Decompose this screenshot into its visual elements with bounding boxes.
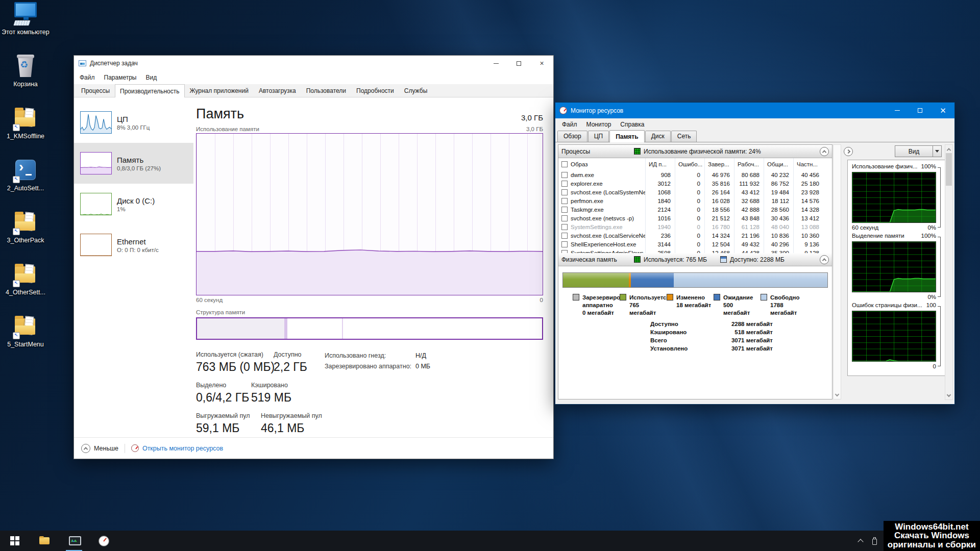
process-rows: dwm.exe 908 0 46 976 80 688 40 232 40 45… [558,170,832,253]
process-row[interactable]: explorer.exe 3012 0 35 816 111 932 86 75… [558,179,832,188]
tab[interactable]: Подробности [351,85,399,97]
sidebar-item-value: 0,8/3,0 ГБ (27%) [117,165,161,171]
tab[interactable]: Пользователи [301,85,351,97]
tab[interactable]: Журнал приложений [185,85,254,97]
taskbar-button[interactable] [30,531,59,551]
process-checkbox[interactable] [561,172,568,178]
graph-block: Использование физич... 100% 60 секунд 0% [852,163,941,232]
sidebar-item[interactable]: Память 0,8/3,0 ГБ (27%) [74,143,193,184]
menu-item[interactable]: Файл [557,119,582,130]
tab[interactable]: Автозагрузка [254,85,301,97]
process-checkbox[interactable] [561,198,568,204]
maximize-button[interactable] [507,56,530,71]
window-scrollbar[interactable] [945,144,953,400]
physical-memory-section-header[interactable]: Физическая память Используется: 765 МБ Д… [558,253,832,266]
menu-item[interactable]: Монитор [582,119,616,130]
desktop-icon[interactable]: 1_KMSoffline [0,104,51,156]
process-row[interactable]: SystemSettings.exe 1940 0 16 780 61 128 … [558,222,832,231]
process-checkbox[interactable] [561,207,568,213]
sidebar-item[interactable]: Ethernet О: 0 П: 0 кбит/с [74,224,193,265]
task-manager-titlebar[interactable]: Диспетчер задач × [74,56,553,71]
sidebar-item[interactable]: Диск 0 (C:) 1% [74,184,193,224]
menu-item[interactable]: Вид [141,72,161,83]
select-all-checkbox[interactable] [561,161,568,167]
view-dropdown-arrow[interactable] [933,146,941,157]
tab[interactable]: Диск [645,131,671,142]
desktop-icon[interactable]: 2_AutoSett... [0,156,51,208]
process-checkbox[interactable] [561,250,568,254]
process-row[interactable]: Taskmgr.exe 2124 0 18 556 42 888 28 560 … [558,205,832,214]
close-button[interactable]: ✕ [932,103,954,118]
tray-icon[interactable] [870,537,878,545]
collapse-section-button[interactable] [820,255,829,264]
process-private: 14 576 [793,196,823,205]
tab[interactable]: Производительность [115,84,184,97]
summary-row: Кэшировано 518 мегабайт [650,329,828,337]
desktop-icon-image [12,158,39,182]
legend-item: Используется 765 мегабайт [620,294,667,317]
process-commit: 16 028 [704,196,734,205]
menu-item[interactable]: Файл [75,72,100,83]
tab[interactable]: Обзор [557,131,587,142]
desktop-icon[interactable]: Этот компьютер [0,0,51,52]
sidebar-item-value: О: 0 П: 0 кбит/с [117,247,159,253]
desktop-icon[interactable]: 3_OtherPack [0,208,51,260]
desktop-icon[interactable]: 5_StartMenu [0,312,51,364]
processes-section-header[interactable]: Процессы Использование физической памяти… [558,145,832,158]
collapse-section-button[interactable] [820,147,829,156]
process-row[interactable]: svchost.exe (LocalServiceNet... 236 0 14… [558,231,832,240]
process-commit: 14 324 [704,231,734,240]
process-table-header[interactable]: Образ ИД п... Ошибо... Завер... Рабоч...… [558,158,832,170]
process-checkbox[interactable] [561,224,568,230]
process-row[interactable]: ShellExperienceHost.exe 3144 0 12 504 49… [558,240,832,248]
process-checkbox[interactable] [561,241,568,247]
taskbar-button[interactable] [0,531,30,551]
view-button[interactable]: Вид [895,145,942,157]
open-resource-monitor-link[interactable]: Открыть монитор ресурсов [142,445,223,452]
minimize-button[interactable] [484,56,507,71]
resource-monitor-titlebar[interactable]: Монитор ресурсов ✕ [555,103,954,118]
view-button-label: Вид [895,148,933,155]
minimize-button[interactable] [886,103,909,118]
desktop-icon-label: 2_AutoSett... [7,185,44,192]
process-checkbox[interactable] [561,181,568,187]
menu-item[interactable]: Справка [616,119,649,130]
process-row[interactable]: dwm.exe 908 0 46 976 80 688 40 232 40 45… [558,170,832,179]
process-checkbox[interactable] [561,215,568,221]
tray-icon[interactable] [856,537,865,545]
legend-item: Ожидание 500 мегабайт [714,294,761,317]
graph-max-label: 100% [921,163,936,172]
process-checkbox[interactable] [561,189,568,195]
process-checkbox[interactable] [561,233,568,239]
tab[interactable]: Память [609,130,644,142]
left-column-scrollbar[interactable] [833,144,841,399]
menu-item[interactable]: Параметры [100,72,141,83]
memory-summary-table: Доступно 2288 мегабайт Кэшировано 518 ме… [650,321,828,354]
process-row[interactable]: SystemSettingsAdminFlows... 2598 0 12 46… [558,248,832,253]
resource-monitor-tabs: ОбзорЦППамятьДискСеть [555,130,954,142]
sidebar-item-value: 1% [117,206,155,212]
collapse-graphs-button[interactable] [844,147,853,156]
sidebar-item[interactable]: ЦП 8% 3,00 ГГц [74,102,193,143]
tab[interactable]: ЦП [588,131,609,142]
process-row[interactable]: svchost.exe (LocalSystemNet... 1068 0 26… [558,188,832,196]
taskbar-button[interactable] [59,531,89,551]
process-row[interactable]: svchost.exe (netsvcs -p) 1016 0 21 512 4… [558,214,832,222]
taskbar-button[interactable] [89,531,118,551]
fewer-details-label[interactable]: Меньше [94,445,118,452]
fewer-details-button[interactable] [81,444,90,453]
resource-monitor-icon [131,444,139,452]
process-row[interactable]: perfmon.exe 1840 0 16 028 32 688 18 112 … [558,196,832,205]
scrollbar-thumb[interactable] [946,153,952,186]
resource-monitor-window: Монитор ресурсов ✕ ФайлМониторСправка Об… [555,102,955,405]
graph-title: Ошибок страницы физи... [852,302,922,311]
memory-composition-bar [196,317,543,340]
tab[interactable]: Сеть [671,131,697,142]
legend-text: Изменено 18 мегабайт [676,294,711,317]
desktop-icon[interactable]: 4_OtherSett... [0,260,51,312]
tab[interactable]: Процессы [76,85,115,97]
tab[interactable]: Службы [399,85,432,97]
desktop-icon[interactable]: Корзина [0,52,51,104]
maximize-button[interactable] [909,103,932,118]
close-button[interactable]: × [530,56,553,71]
